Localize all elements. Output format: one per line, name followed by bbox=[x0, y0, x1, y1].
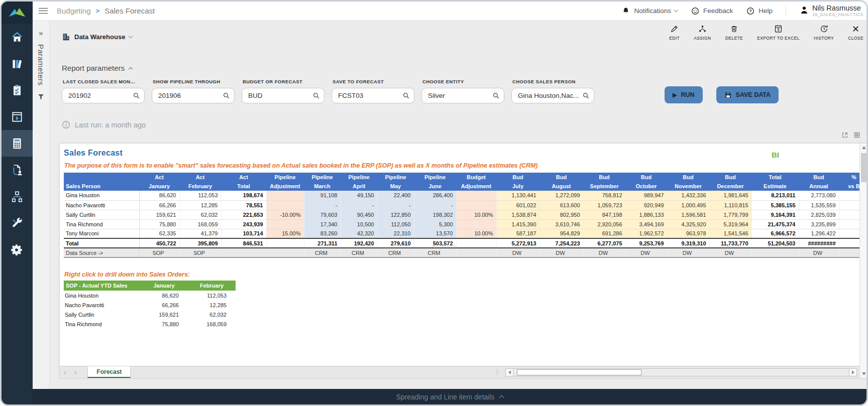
history-button[interactable]: HISTORY bbox=[814, 25, 834, 41]
table-row: Nacho Pavarotti66,26612,285 bbox=[64, 300, 236, 310]
sidebar-item-reports[interactable] bbox=[2, 103, 33, 130]
menu-icon[interactable] bbox=[39, 8, 48, 14]
field-value[interactable] bbox=[67, 91, 133, 100]
sidebar-item-home[interactable] bbox=[2, 24, 33, 50]
logo-icon bbox=[7, 7, 27, 19]
header-cell: Act bbox=[221, 173, 266, 182]
show-pipeline-through-input[interactable] bbox=[152, 88, 235, 103]
sheet-prev-icon[interactable]: ‹ bbox=[60, 366, 70, 378]
cell: DW bbox=[496, 248, 539, 257]
org-chart-icon bbox=[11, 190, 24, 203]
last-closed-sales-month-input[interactable] bbox=[62, 88, 145, 103]
header-cell: December bbox=[709, 182, 751, 191]
header-cell: Pipeline bbox=[266, 173, 304, 182]
field-value[interactable] bbox=[517, 91, 582, 100]
popout-icon[interactable] bbox=[841, 131, 848, 139]
bottom-drawer-toggle[interactable]: Spreading and Line item details bbox=[33, 389, 866, 404]
cell: 846,531 bbox=[221, 238, 266, 248]
feedback-button[interactable]: Feedback bbox=[691, 7, 733, 16]
header-cell: Bud bbox=[496, 173, 539, 182]
header-cell: Bud bbox=[709, 173, 751, 182]
cell: 7,254,223 bbox=[539, 238, 583, 248]
sidebar-item-library[interactable] bbox=[2, 50, 33, 77]
cell: 847,198 bbox=[583, 210, 625, 219]
search-icon bbox=[402, 92, 410, 99]
run-button[interactable]: ▶ RUN bbox=[665, 86, 703, 103]
choose-sales-person-input[interactable] bbox=[511, 88, 594, 103]
cell: 112,053 bbox=[188, 291, 236, 300]
sidebar-item-data-collection[interactable] bbox=[2, 157, 33, 183]
header-cell: May bbox=[377, 182, 414, 191]
cell: 279,610 bbox=[377, 238, 414, 248]
cell bbox=[839, 248, 859, 257]
header-cell: March bbox=[304, 182, 341, 191]
cell: 12,285 bbox=[188, 300, 236, 310]
table-row: Tony Marconi62,33541,379103,71415.00%83,… bbox=[64, 229, 859, 238]
choose-entity-input[interactable] bbox=[421, 88, 504, 103]
cell bbox=[839, 219, 859, 229]
notifications-button[interactable]: Notifications bbox=[621, 7, 678, 16]
main-content: Data Warehouse EDIT ASSIGN DELETE x EXPO… bbox=[50, 21, 866, 389]
field-value[interactable] bbox=[337, 91, 402, 100]
cell: SOP bbox=[139, 248, 179, 257]
data-source-selector[interactable]: Data Warehouse bbox=[62, 33, 132, 41]
delete-button[interactable]: DELETE bbox=[725, 25, 743, 41]
cell: Tina Richmond bbox=[64, 219, 139, 229]
edit-button[interactable]: EDIT bbox=[669, 25, 680, 41]
user-menu[interactable]: Nils Rasmusse 19_SALES_ANALYTICS bbox=[799, 5, 863, 17]
header-cell: Adjustment bbox=[266, 182, 304, 191]
sidebar-item-budgeting[interactable] bbox=[2, 130, 33, 157]
cell: Tina Richmond bbox=[64, 319, 140, 329]
scroll-up-icon[interactable] bbox=[862, 146, 866, 149]
sidebar-item-settings[interactable] bbox=[2, 236, 33, 263]
vertical-scroll-thumb[interactable] bbox=[861, 153, 866, 182]
save-data-button[interactable]: SAVE DATA bbox=[716, 86, 779, 103]
sidebar bbox=[2, 2, 33, 404]
field-value[interactable] bbox=[247, 91, 312, 100]
breadcrumb-section[interactable]: Budgeting bbox=[57, 7, 91, 15]
vertical-scrollbar[interactable] bbox=[859, 144, 866, 378]
table-row: Tina Richmond75,880168,059 bbox=[64, 319, 236, 329]
parameters-panel-title[interactable]: Parameters bbox=[37, 44, 45, 86]
expand-panel-icon[interactable]: » bbox=[39, 29, 43, 37]
tab-forecast[interactable]: Forecast bbox=[87, 366, 131, 378]
table-row: Total450,722395,809846,531271,311192,420… bbox=[64, 238, 859, 248]
close-button[interactable]: CLOSE bbox=[848, 25, 863, 41]
assign-button[interactable]: ASSIGN bbox=[694, 25, 711, 41]
splitter-handle[interactable]: ⋮ bbox=[494, 369, 500, 376]
horizontal-scrollbar[interactable] bbox=[505, 368, 857, 376]
field-value[interactable] bbox=[157, 91, 223, 100]
grid-icon[interactable] bbox=[853, 131, 860, 139]
scroll-right-icon[interactable] bbox=[849, 369, 856, 376]
cell: 1,130,441 bbox=[496, 191, 539, 200]
horizontal-scroll-thumb[interactable] bbox=[517, 369, 641, 375]
budget-or-forecast-input[interactable] bbox=[242, 88, 324, 103]
table-row: Sales PersonJanuaryFebruaryTotalAdjustme… bbox=[64, 182, 859, 191]
cell: 112,053 bbox=[179, 191, 221, 200]
export-to-excel-button[interactable]: x EXPORT TO EXCEL bbox=[757, 25, 800, 41]
field-value[interactable] bbox=[427, 91, 492, 100]
svg-text:x: x bbox=[778, 28, 780, 32]
save-to-forecast-input[interactable] bbox=[332, 88, 414, 103]
search-icon bbox=[133, 92, 140, 99]
header-cell: July bbox=[496, 182, 539, 191]
topbar: Budgeting > Sales Forecast Notifications… bbox=[33, 2, 866, 21]
cell: 5,319,964 bbox=[709, 219, 751, 229]
search-icon bbox=[492, 92, 500, 99]
divider bbox=[786, 6, 786, 16]
scroll-left-icon[interactable] bbox=[506, 369, 513, 376]
cell: - bbox=[414, 200, 456, 210]
sidebar-item-tools[interactable] bbox=[2, 210, 33, 236]
report-parameters-toggle[interactable]: Report parameters bbox=[62, 64, 132, 72]
app-logo[interactable] bbox=[2, 2, 33, 24]
document-user-icon bbox=[11, 164, 24, 177]
sidebar-item-assignments[interactable] bbox=[2, 77, 33, 103]
help-button[interactable]: ? Help bbox=[746, 7, 773, 16]
sidebar-item-workflows[interactable] bbox=[2, 183, 33, 210]
header-cell: Total bbox=[751, 173, 799, 182]
archive-icon bbox=[11, 57, 24, 70]
cell: Tony Marconi bbox=[64, 229, 139, 238]
horizontal-scroll-track[interactable] bbox=[513, 369, 849, 376]
scroll-down-icon[interactable] bbox=[862, 372, 866, 375]
sheet-next-icon[interactable]: › bbox=[70, 366, 81, 378]
